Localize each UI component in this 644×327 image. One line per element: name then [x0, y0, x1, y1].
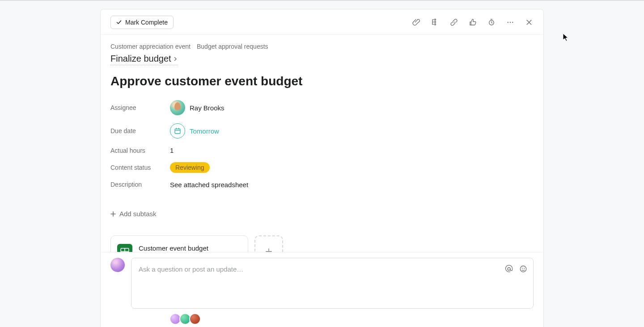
mention-icon[interactable]	[504, 264, 513, 273]
description-value[interactable]: See attached spreadsheet	[170, 181, 248, 189]
actual-hours-row: Actual hours 1	[110, 147, 534, 154]
assignee-label: Assignee	[110, 104, 170, 111]
svg-point-10	[520, 266, 526, 272]
due-date-row: Due date Tomorrow	[110, 123, 534, 138]
current-user-avatar	[110, 258, 125, 272]
task-title[interactable]: Approve customer event budget	[110, 74, 534, 88]
actual-hours-label: Actual hours	[110, 147, 170, 154]
attachment-name: Customer event budget	[139, 244, 240, 252]
assignee-name: Ray Brooks	[190, 104, 225, 112]
link-icon[interactable]	[449, 18, 458, 27]
content-status-label: Content status	[110, 164, 170, 171]
comment-composer	[131, 258, 534, 309]
task-detail-panel: Mark Complete	[100, 9, 544, 327]
assignee-avatar	[170, 100, 185, 115]
due-date-label: Due date	[110, 127, 170, 134]
mark-complete-label: Mark Complete	[125, 19, 168, 26]
breadcrumb-project[interactable]: Customer appreciation event	[110, 43, 191, 50]
actual-hours-value[interactable]: 1	[170, 147, 174, 154]
description-label: Description	[110, 181, 170, 188]
status-badge: Reviewing	[170, 162, 210, 173]
description-row: Description See attached spreadsheet	[110, 181, 534, 189]
task-toolbar: Mark Complete	[101, 9, 543, 35]
chevron-right-icon	[173, 57, 178, 61]
svg-point-5	[510, 22, 511, 23]
like-icon[interactable]	[468, 18, 477, 27]
emoji-icon[interactable]	[519, 264, 528, 273]
collaborator-avatar[interactable]	[189, 313, 201, 325]
svg-point-6	[512, 22, 513, 23]
svg-point-0	[435, 19, 436, 21]
timer-icon[interactable]	[487, 18, 496, 27]
content-status-value[interactable]: Reviewing	[170, 162, 210, 173]
cursor-icon	[563, 33, 569, 42]
parent-task-label: Finalize budget	[110, 54, 171, 64]
calendar-icon	[170, 123, 185, 138]
assignee-row: Assignee Ray Brooks	[110, 100, 534, 115]
breadcrumb: Customer appreciation event Budget appro…	[110, 43, 534, 50]
task-body: Customer appreciation event Budget appro…	[101, 35, 543, 327]
plus-icon	[110, 211, 116, 217]
svg-point-1	[435, 21, 436, 23]
collaborators-row	[169, 313, 534, 325]
check-icon	[116, 20, 122, 25]
due-date-text: Tomorrow	[190, 127, 219, 135]
more-icon[interactable]	[506, 18, 515, 27]
comment-footer	[101, 252, 543, 327]
task-fields: Assignee Ray Brooks Due date Tomorrow	[110, 100, 534, 189]
mark-complete-button[interactable]: Mark Complete	[110, 16, 174, 29]
add-subtask-label: Add subtask	[119, 210, 157, 218]
comment-input[interactable]	[131, 258, 533, 308]
due-date-value[interactable]: Tomorrow	[170, 123, 219, 138]
svg-rect-7	[175, 129, 180, 134]
subtasks-icon[interactable]	[431, 18, 440, 27]
content-status-row: Content status Reviewing	[110, 162, 534, 173]
svg-point-11	[522, 268, 522, 268]
toolbar-actions	[412, 18, 534, 27]
parent-task-link[interactable]: Finalize budget	[110, 54, 178, 65]
svg-point-9	[508, 268, 510, 270]
close-icon[interactable]	[525, 18, 534, 27]
attachment-icon[interactable]	[412, 18, 421, 27]
add-subtask-button[interactable]: Add subtask	[110, 210, 157, 218]
svg-point-12	[524, 268, 525, 268]
svg-point-4	[508, 22, 508, 23]
assignee-value[interactable]: Ray Brooks	[170, 100, 225, 115]
svg-point-2	[435, 24, 436, 25]
breadcrumb-section[interactable]: Budget approval requests	[197, 43, 268, 50]
